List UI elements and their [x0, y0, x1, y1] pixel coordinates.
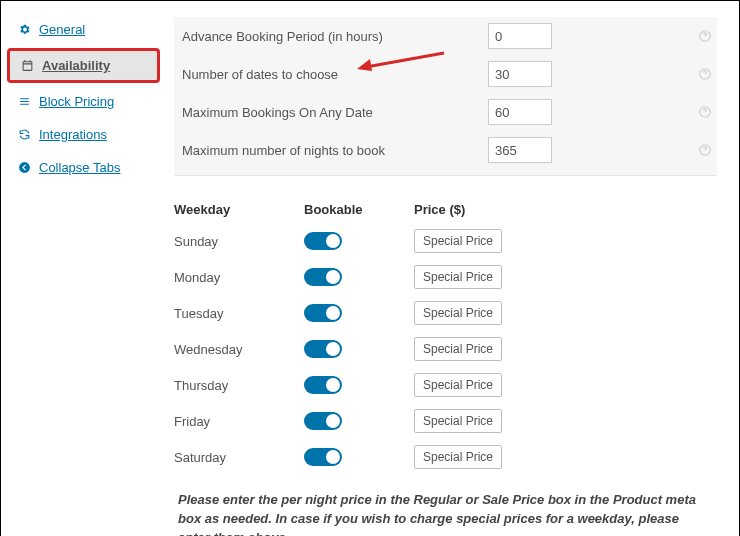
max-bookings-input[interactable] [488, 99, 552, 125]
refresh-icon [17, 128, 31, 141]
sidebar-item-block-pricing[interactable]: Block Pricing [1, 85, 166, 118]
help-icon[interactable] [697, 28, 713, 44]
special-price-button[interactable]: Special Price [414, 265, 502, 289]
sidebar-item-label: General [39, 22, 85, 37]
weekday-name: Sunday [174, 234, 304, 249]
weekday-table-header: Weekday Bookable Price ($) [174, 202, 717, 223]
dates-to-choose-input[interactable] [488, 61, 552, 87]
setting-row-advance-booking: Advance Booking Period (in hours) [174, 17, 717, 55]
sidebar-item-availability[interactable]: Availability [7, 48, 160, 83]
weekday-name: Thursday [174, 378, 304, 393]
bookable-toggle[interactable] [304, 232, 342, 250]
svg-point-0 [19, 162, 30, 173]
weekday-row-monday: Monday Special Price [174, 259, 717, 295]
weekday-row-tuesday: Tuesday Special Price [174, 295, 717, 331]
gear-icon [17, 23, 31, 36]
weekday-name: Tuesday [174, 306, 304, 321]
pricing-note: Please enter the per night price in the … [174, 491, 717, 536]
setting-label: Advance Booking Period (in hours) [178, 29, 488, 44]
sidebar-item-collapse[interactable]: Collapse Tabs [1, 151, 166, 184]
bookable-toggle[interactable] [304, 340, 342, 358]
bookable-toggle[interactable] [304, 448, 342, 466]
settings-block: Advance Booking Period (in hours) Number… [174, 17, 717, 176]
special-price-button[interactable]: Special Price [414, 229, 502, 253]
weekday-row-friday: Friday Special Price [174, 403, 717, 439]
weekday-row-saturday: Saturday Special Price [174, 439, 717, 475]
weekday-name: Friday [174, 414, 304, 429]
bookable-toggle[interactable] [304, 304, 342, 322]
weekday-row-sunday: Sunday Special Price [174, 223, 717, 259]
sidebar-item-label: Availability [42, 58, 110, 73]
arrow-left-icon [17, 161, 31, 174]
bookable-toggle[interactable] [304, 412, 342, 430]
weekday-name: Wednesday [174, 342, 304, 357]
header-price: Price ($) [414, 202, 554, 217]
weekday-row-wednesday: Wednesday Special Price [174, 331, 717, 367]
sidebar-item-general[interactable]: General [1, 13, 166, 46]
main-panel: Advance Booking Period (in hours) Number… [166, 1, 739, 536]
weekday-name: Monday [174, 270, 304, 285]
setting-label: Maximum number of nights to book [178, 143, 488, 158]
advance-booking-input[interactable] [488, 23, 552, 49]
special-price-button[interactable]: Special Price [414, 337, 502, 361]
weekday-name: Saturday [174, 450, 304, 465]
bookable-toggle[interactable] [304, 376, 342, 394]
sidebar-item-label: Integrations [39, 127, 107, 142]
header-weekday: Weekday [174, 202, 304, 217]
weekday-row-thursday: Thursday Special Price [174, 367, 717, 403]
setting-row-max-bookings: Maximum Bookings On Any Date [174, 93, 717, 131]
setting-row-dates-to-choose: Number of dates to choose [174, 55, 717, 93]
special-price-button[interactable]: Special Price [414, 373, 502, 397]
sidebar-item-label: Block Pricing [39, 94, 114, 109]
sidebar: General Availability Block Pricing Integ… [1, 1, 166, 536]
setting-label: Number of dates to choose [178, 67, 488, 82]
bookable-toggle[interactable] [304, 268, 342, 286]
max-nights-input[interactable] [488, 137, 552, 163]
sidebar-item-integrations[interactable]: Integrations [1, 118, 166, 151]
special-price-button[interactable]: Special Price [414, 409, 502, 433]
special-price-button[interactable]: Special Price [414, 445, 502, 469]
header-bookable: Bookable [304, 202, 414, 217]
help-icon[interactable] [697, 104, 713, 120]
help-icon[interactable] [697, 66, 713, 82]
list-icon [17, 95, 31, 108]
sidebar-item-label: Collapse Tabs [39, 160, 120, 175]
help-icon[interactable] [697, 142, 713, 158]
setting-row-max-nights: Maximum number of nights to book [174, 131, 717, 169]
setting-label: Maximum Bookings On Any Date [178, 105, 488, 120]
special-price-button[interactable]: Special Price [414, 301, 502, 325]
calendar-icon [20, 59, 34, 72]
